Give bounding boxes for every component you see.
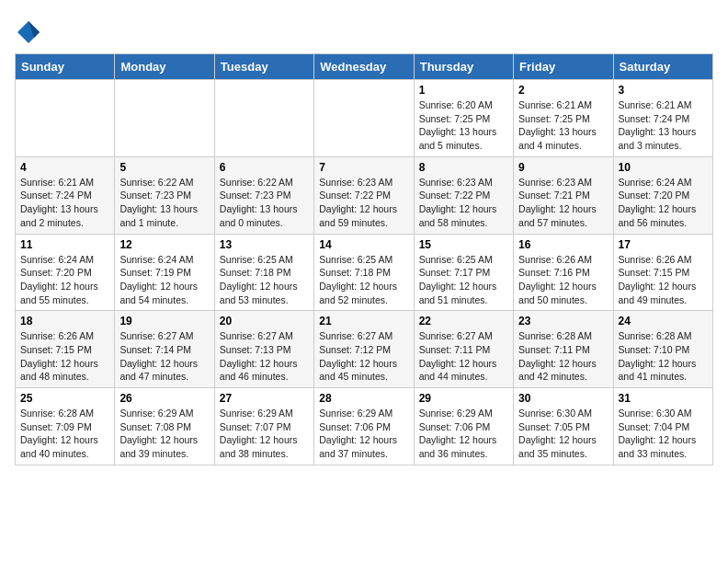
calendar-day-cell: 20Sunrise: 6:27 AM Sunset: 7:13 PM Dayli… xyxy=(214,311,313,388)
calendar-day-cell: 22Sunrise: 6:27 AM Sunset: 7:11 PM Dayli… xyxy=(414,311,513,388)
calendar-body: 1Sunrise: 6:20 AM Sunset: 7:25 PM Daylig… xyxy=(16,80,713,465)
day-number: 25 xyxy=(20,392,109,405)
day-info: Sunrise: 6:22 AM Sunset: 7:23 PM Dayligh… xyxy=(220,176,309,230)
day-number: 15 xyxy=(419,238,508,251)
day-number: 22 xyxy=(419,315,508,327)
calendar-day-cell: 13Sunrise: 6:25 AM Sunset: 7:18 PM Dayli… xyxy=(214,234,313,311)
day-info: Sunrise: 6:22 AM Sunset: 7:23 PM Dayligh… xyxy=(119,176,209,230)
weekday-header-cell: Tuesday xyxy=(214,54,313,80)
day-info: Sunrise: 6:23 AM Sunset: 7:22 PM Dayligh… xyxy=(319,176,408,230)
day-number: 12 xyxy=(119,238,209,251)
calendar-day-cell: 28Sunrise: 6:29 AM Sunset: 7:06 PM Dayli… xyxy=(314,388,414,465)
calendar-day-cell: 30Sunrise: 6:30 AM Sunset: 7:05 PM Dayli… xyxy=(514,388,613,465)
calendar-day-cell: 26Sunrise: 6:29 AM Sunset: 7:08 PM Dayli… xyxy=(115,388,214,465)
logo xyxy=(15,18,46,46)
day-info: Sunrise: 6:28 AM Sunset: 7:11 PM Dayligh… xyxy=(518,329,608,384)
day-number: 16 xyxy=(518,238,608,251)
day-info: Sunrise: 6:20 AM Sunset: 7:25 PM Dayligh… xyxy=(419,98,508,153)
calendar-day-cell: 23Sunrise: 6:28 AM Sunset: 7:11 PM Dayli… xyxy=(514,311,613,388)
day-number: 18 xyxy=(20,315,109,327)
calendar-week-row: 18Sunrise: 6:26 AM Sunset: 7:15 PM Dayli… xyxy=(16,311,713,388)
day-number: 9 xyxy=(518,161,608,174)
calendar-day-cell: 18Sunrise: 6:26 AM Sunset: 7:15 PM Dayli… xyxy=(16,311,115,388)
calendar-day-cell: 4Sunrise: 6:21 AM Sunset: 7:24 PM Daylig… xyxy=(16,156,115,234)
calendar-day-cell: 10Sunrise: 6:24 AM Sunset: 7:20 PM Dayli… xyxy=(613,156,712,234)
weekday-header-cell: Friday xyxy=(514,54,613,80)
day-number: 27 xyxy=(220,392,309,405)
calendar-day-cell: 1Sunrise: 6:20 AM Sunset: 7:25 PM Daylig… xyxy=(414,80,513,157)
day-number: 19 xyxy=(119,315,209,327)
day-info: Sunrise: 6:21 AM Sunset: 7:25 PM Dayligh… xyxy=(518,98,608,153)
calendar-day-cell xyxy=(314,80,414,157)
day-number: 24 xyxy=(619,315,708,327)
calendar-week-row: 1Sunrise: 6:20 AM Sunset: 7:25 PM Daylig… xyxy=(16,80,713,157)
day-number: 13 xyxy=(220,238,309,251)
day-number: 8 xyxy=(419,161,508,174)
day-info: Sunrise: 6:28 AM Sunset: 7:09 PM Dayligh… xyxy=(20,407,109,461)
day-info: Sunrise: 6:25 AM Sunset: 7:18 PM Dayligh… xyxy=(220,253,309,307)
day-number: 31 xyxy=(619,392,708,405)
weekday-header-cell: Sunday xyxy=(16,54,115,80)
calendar-day-cell: 15Sunrise: 6:25 AM Sunset: 7:17 PM Dayli… xyxy=(414,234,513,311)
day-number: 1 xyxy=(419,84,508,97)
logo-icon xyxy=(15,18,42,46)
calendar-day-cell: 3Sunrise: 6:21 AM Sunset: 7:24 PM Daylig… xyxy=(613,80,712,157)
weekday-header-cell: Saturday xyxy=(613,54,712,80)
day-info: Sunrise: 6:27 AM Sunset: 7:13 PM Dayligh… xyxy=(220,329,309,384)
calendar-day-cell: 21Sunrise: 6:27 AM Sunset: 7:12 PM Dayli… xyxy=(314,311,414,388)
day-number: 7 xyxy=(319,161,408,174)
day-info: Sunrise: 6:30 AM Sunset: 7:05 PM Dayligh… xyxy=(518,407,608,461)
calendar-day-cell: 9Sunrise: 6:23 AM Sunset: 7:21 PM Daylig… xyxy=(514,156,613,234)
calendar-day-cell: 6Sunrise: 6:22 AM Sunset: 7:23 PM Daylig… xyxy=(214,156,313,234)
calendar-week-row: 4Sunrise: 6:21 AM Sunset: 7:24 PM Daylig… xyxy=(16,156,713,234)
calendar-day-cell xyxy=(214,80,313,157)
day-info: Sunrise: 6:27 AM Sunset: 7:14 PM Dayligh… xyxy=(119,329,209,384)
page-container: SundayMondayTuesdayWednesdayThursdayFrid… xyxy=(15,15,713,465)
day-info: Sunrise: 6:27 AM Sunset: 7:12 PM Dayligh… xyxy=(319,329,408,384)
day-number: 20 xyxy=(220,315,309,327)
weekday-header-row: SundayMondayTuesdayWednesdayThursdayFrid… xyxy=(16,54,713,80)
day-number: 14 xyxy=(319,238,408,251)
calendar-day-cell: 19Sunrise: 6:27 AM Sunset: 7:14 PM Dayli… xyxy=(115,311,214,388)
day-info: Sunrise: 6:29 AM Sunset: 7:07 PM Dayligh… xyxy=(220,407,309,461)
day-number: 26 xyxy=(119,392,209,405)
day-info: Sunrise: 6:24 AM Sunset: 7:20 PM Dayligh… xyxy=(619,176,708,230)
calendar-week-row: 25Sunrise: 6:28 AM Sunset: 7:09 PM Dayli… xyxy=(16,388,713,465)
calendar-day-cell: 31Sunrise: 6:30 AM Sunset: 7:04 PM Dayli… xyxy=(613,388,712,465)
day-number: 17 xyxy=(619,238,708,251)
day-number: 11 xyxy=(20,238,109,251)
day-info: Sunrise: 6:26 AM Sunset: 7:15 PM Dayligh… xyxy=(20,329,109,384)
day-info: Sunrise: 6:25 AM Sunset: 7:17 PM Dayligh… xyxy=(419,253,508,307)
day-info: Sunrise: 6:24 AM Sunset: 7:20 PM Dayligh… xyxy=(20,253,109,307)
day-info: Sunrise: 6:27 AM Sunset: 7:11 PM Dayligh… xyxy=(419,329,508,384)
calendar-table: SundayMondayTuesdayWednesdayThursdayFrid… xyxy=(15,53,713,465)
calendar-day-cell: 2Sunrise: 6:21 AM Sunset: 7:25 PM Daylig… xyxy=(514,80,613,157)
day-number: 6 xyxy=(220,161,309,174)
day-info: Sunrise: 6:29 AM Sunset: 7:08 PM Dayligh… xyxy=(119,407,209,461)
calendar-day-cell: 14Sunrise: 6:25 AM Sunset: 7:18 PM Dayli… xyxy=(314,234,414,311)
calendar-day-cell: 11Sunrise: 6:24 AM Sunset: 7:20 PM Dayli… xyxy=(16,234,115,311)
weekday-header-cell: Monday xyxy=(115,54,214,80)
day-number: 30 xyxy=(518,392,608,405)
calendar-day-cell: 25Sunrise: 6:28 AM Sunset: 7:09 PM Dayli… xyxy=(16,388,115,465)
calendar-day-cell: 8Sunrise: 6:23 AM Sunset: 7:22 PM Daylig… xyxy=(414,156,513,234)
day-info: Sunrise: 6:29 AM Sunset: 7:06 PM Dayligh… xyxy=(319,407,408,461)
calendar-day-cell xyxy=(115,80,214,157)
header xyxy=(15,15,713,46)
calendar-day-cell: 29Sunrise: 6:29 AM Sunset: 7:06 PM Dayli… xyxy=(414,388,513,465)
day-info: Sunrise: 6:24 AM Sunset: 7:19 PM Dayligh… xyxy=(119,253,209,307)
calendar-day-cell: 7Sunrise: 6:23 AM Sunset: 7:22 PM Daylig… xyxy=(314,156,414,234)
calendar-week-row: 11Sunrise: 6:24 AM Sunset: 7:20 PM Dayli… xyxy=(16,234,713,311)
day-number: 23 xyxy=(518,315,608,327)
day-info: Sunrise: 6:28 AM Sunset: 7:10 PM Dayligh… xyxy=(619,329,708,384)
calendar-day-cell: 17Sunrise: 6:26 AM Sunset: 7:15 PM Dayli… xyxy=(613,234,712,311)
day-number: 21 xyxy=(319,315,408,327)
day-info: Sunrise: 6:23 AM Sunset: 7:21 PM Dayligh… xyxy=(518,176,608,230)
day-info: Sunrise: 6:23 AM Sunset: 7:22 PM Dayligh… xyxy=(419,176,508,230)
weekday-header-cell: Thursday xyxy=(414,54,513,80)
calendar-day-cell: 24Sunrise: 6:28 AM Sunset: 7:10 PM Dayli… xyxy=(613,311,712,388)
day-number: 10 xyxy=(619,161,708,174)
day-number: 5 xyxy=(119,161,209,174)
weekday-header-cell: Wednesday xyxy=(314,54,414,80)
day-number: 29 xyxy=(419,392,508,405)
